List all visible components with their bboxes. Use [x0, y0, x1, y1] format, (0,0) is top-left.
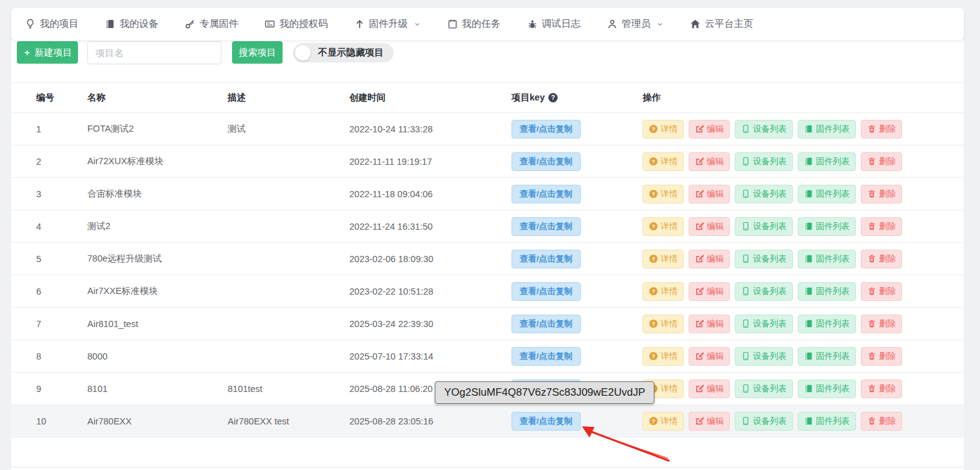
- delete-button[interactable]: 删除: [861, 315, 902, 333]
- details-button[interactable]: ? 详情: [643, 217, 684, 236]
- nav-item-my-projects[interactable]: 我的项目: [25, 17, 79, 31]
- new-project-button[interactable]: 新建项目: [17, 41, 78, 64]
- action-button-label: 删除: [879, 416, 896, 427]
- edit-button[interactable]: 编辑: [689, 250, 730, 268]
- nav-item-exclusive-firmware[interactable]: 专属固件: [185, 17, 238, 31]
- device-list-button[interactable]: 设备列表: [735, 412, 793, 431]
- user-icon: [607, 19, 618, 29]
- nav-item-admin[interactable]: 管理员: [607, 17, 664, 31]
- nav-item-label: 我的项目: [40, 17, 79, 31]
- content-card: 新建项目 搜索项目 不显示隐藏项目 编号 名称 描述 创建时间 项目key ? …: [11, 40, 964, 470]
- details-button[interactable]: ? 详情: [643, 120, 684, 139]
- view-copy-key-button[interactable]: 查看/点击复制: [512, 217, 581, 236]
- details-button[interactable]: ? 详情: [643, 282, 684, 301]
- cell-created: 2023-02-22 10:51:28: [349, 286, 500, 296]
- trash-icon: [867, 351, 876, 361]
- edit-button[interactable]: 编辑: [689, 120, 730, 139]
- view-copy-key-button[interactable]: 查看/点击复制: [512, 412, 581, 431]
- project-name-input[interactable]: [87, 41, 221, 64]
- cell-id: 1: [36, 124, 87, 134]
- edit-button[interactable]: 编辑: [689, 152, 730, 171]
- view-copy-key-button[interactable]: 查看/点击复制: [512, 282, 581, 301]
- delete-button[interactable]: 删除: [861, 412, 902, 431]
- firmware-list-button[interactable]: 固件列表: [798, 282, 856, 301]
- firmware-list-button[interactable]: 固件列表: [798, 120, 856, 139]
- view-copy-key-button[interactable]: 查看/点击复制: [512, 315, 581, 333]
- svg-text:?: ?: [652, 223, 655, 230]
- table-row: 3 合宙标准模块 2022-11-18 09:04:06 查看/点击复制 ? 详…: [11, 178, 964, 210]
- edit-icon: [695, 124, 704, 134]
- search-project-button[interactable]: 搜索项目: [232, 41, 283, 64]
- firmware-list-button[interactable]: 固件列表: [798, 152, 856, 171]
- device-list-button[interactable]: 设备列表: [735, 250, 793, 268]
- details-button[interactable]: ? 详情: [643, 185, 684, 203]
- firmware-list-button[interactable]: 固件列表: [798, 379, 856, 398]
- nav-item-my-tasks[interactable]: 我的任务: [447, 17, 501, 31]
- device-list-button[interactable]: 设备列表: [735, 120, 793, 139]
- device-list-button[interactable]: 设备列表: [735, 315, 793, 333]
- help-question-icon[interactable]: ?: [548, 92, 558, 103]
- delete-button[interactable]: 删除: [861, 217, 902, 236]
- hide-hidden-projects-toggle[interactable]: 不显示隐藏项目: [293, 43, 394, 62]
- nav-item-debug-logs[interactable]: 调试日志: [527, 17, 581, 31]
- delete-button[interactable]: 删除: [861, 185, 902, 203]
- nav-item-my-auth-codes[interactable]: 我的授权码: [264, 17, 328, 31]
- nav-item-label: 我的任务: [462, 17, 501, 31]
- nav-item-label: 我的设备: [120, 17, 158, 31]
- details-button[interactable]: ? 详情: [643, 315, 684, 333]
- device-list-button[interactable]: 设备列表: [735, 185, 793, 203]
- view-copy-key-button[interactable]: 查看/点击复制: [512, 120, 581, 139]
- bug-icon: [527, 19, 538, 29]
- nav-item-cloud-home[interactable]: 云平台主页: [690, 17, 754, 31]
- details-button[interactable]: ? 详情: [643, 412, 684, 431]
- nav-item-my-devices[interactable]: 我的设备: [105, 17, 158, 31]
- edit-button[interactable]: 编辑: [689, 379, 730, 398]
- action-button-label: 编辑: [707, 351, 724, 362]
- delete-button[interactable]: 删除: [861, 379, 902, 398]
- cell-name: 测试2: [87, 220, 228, 232]
- question-circle-icon: ?: [649, 286, 658, 296]
- device-list-button[interactable]: 设备列表: [735, 217, 793, 236]
- action-button-label: 编辑: [707, 221, 724, 232]
- toggle-knob[interactable]: [294, 44, 311, 61]
- delete-button[interactable]: 删除: [861, 152, 902, 171]
- details-button[interactable]: ? 详情: [643, 152, 684, 171]
- firmware-list-button[interactable]: 固件列表: [798, 217, 856, 236]
- details-button[interactable]: ? 详情: [643, 250, 684, 268]
- firmware-list-button[interactable]: 固件列表: [798, 347, 856, 366]
- device-list-button[interactable]: 设备列表: [735, 282, 793, 301]
- delete-button[interactable]: 删除: [861, 282, 902, 301]
- action-button-label: 固件列表: [816, 383, 850, 394]
- action-button-label: 设备列表: [753, 286, 787, 297]
- nav-item-firmware-upgrade[interactable]: 固件升级: [354, 17, 421, 31]
- device-list-button[interactable]: 设备列表: [735, 379, 793, 398]
- chip-icon: [804, 157, 813, 166]
- bulb-icon: [25, 19, 36, 29]
- device-list-button[interactable]: 设备列表: [735, 152, 793, 171]
- delete-button[interactable]: 删除: [861, 120, 902, 139]
- view-copy-key-button[interactable]: 查看/点击复制: [512, 250, 581, 268]
- details-button[interactable]: ? 详情: [643, 347, 684, 366]
- view-copy-key-button[interactable]: 查看/点击复制: [512, 347, 581, 366]
- edit-button[interactable]: 编辑: [689, 412, 730, 431]
- edit-button[interactable]: 编辑: [689, 347, 730, 366]
- view-copy-key-button[interactable]: 查看/点击复制: [512, 152, 581, 171]
- edit-button[interactable]: 编辑: [689, 282, 730, 301]
- view-copy-key-button[interactable]: 查看/点击复制: [512, 185, 581, 203]
- firmware-list-button[interactable]: 固件列表: [798, 250, 856, 268]
- device-list-button[interactable]: 设备列表: [735, 347, 793, 366]
- cell-desc: 测试: [228, 123, 349, 135]
- delete-button[interactable]: 删除: [861, 347, 902, 366]
- action-button-label: 编辑: [707, 156, 724, 167]
- firmware-list-button[interactable]: 固件列表: [798, 412, 856, 431]
- cell-actions: ? 详情 编辑 设备列表 固件列表 删除: [635, 120, 964, 139]
- delete-button[interactable]: 删除: [861, 250, 902, 268]
- plus-icon: [23, 49, 31, 57]
- edit-icon: [695, 416, 704, 426]
- edit-button[interactable]: 编辑: [689, 185, 730, 203]
- edit-button[interactable]: 编辑: [689, 217, 730, 236]
- action-button-label: 删除: [879, 221, 896, 232]
- edit-button[interactable]: 编辑: [689, 315, 730, 333]
- firmware-list-button[interactable]: 固件列表: [798, 315, 856, 333]
- firmware-list-button[interactable]: 固件列表: [798, 185, 856, 203]
